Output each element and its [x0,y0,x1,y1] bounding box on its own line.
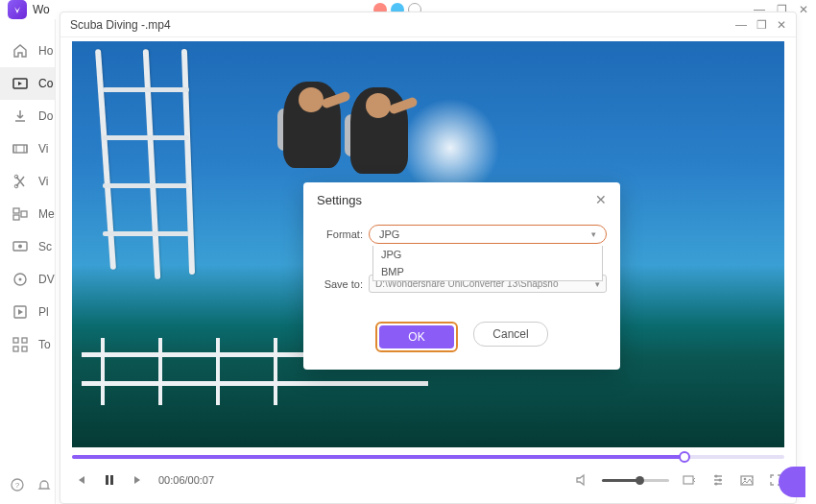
chevron-down-icon: ▾ [591,229,596,239]
sidebar-item-label: Vi [38,175,48,188]
video-editor-icon [12,173,29,190]
progress-fill [72,455,684,459]
cancel-button[interactable]: Cancel [473,322,548,347]
sidebar-item-toolbox[interactable]: To [0,328,55,361]
sidebar-item-label: To [38,338,51,351]
sidebar-item-label: Ho [38,44,53,58]
svg-point-25 [744,478,747,481]
svg-rect-18 [106,475,108,485]
help-icon[interactable]: ? [10,477,25,492]
svg-point-23 [715,483,718,486]
sidebar-item-home[interactable]: Ho [0,35,55,67]
sidebar-item-player[interactable]: Pl [0,296,55,328]
snapshot-button[interactable] [738,471,756,489]
sidebar-item-dvd-burner[interactable]: DV [0,263,55,296]
sidebar-item-label: Co [38,77,53,90]
player-minimize-button[interactable]: — [735,18,747,32]
svg-rect-12 [13,338,18,343]
svg-point-8 [18,245,22,249]
outer-close-button[interactable]: ✕ [799,3,808,16]
svg-rect-13 [22,338,27,343]
merger-icon [12,205,29,223]
svg-rect-14 [13,347,18,351]
sidebar-item-label: Pl [38,305,49,319]
svg-rect-1 [13,145,27,153]
player-controls: 00:06/00:07 [72,467,784,493]
settings-icon[interactable] [709,471,727,489]
svg-rect-19 [110,475,113,485]
sidebar-item-label: Sc [38,240,52,253]
player-titlebar: Scuba Diving -.mp4 — ❐ ✕ [60,12,796,37]
action-button[interactable] [779,467,805,497]
sidebar-item-label: Me [38,207,55,221]
volume-icon[interactable] [573,471,590,489]
saveto-label: Save to: [317,278,363,290]
sidebar-item-label: Do [38,109,53,123]
settings-dialog: Settings ✕ Format: JPG ▾ JPG BMP Save [303,182,620,370]
sidebar-item-video-editor[interactable]: Vi [0,165,55,198]
player-icon [12,303,29,321]
svg-rect-4 [13,208,19,213]
svg-rect-6 [21,211,27,217]
format-select[interactable]: JPG ▾ [369,225,607,244]
svg-rect-15 [22,347,27,351]
svg-point-10 [19,278,22,281]
player-maximize-button[interactable]: ❐ [756,18,767,32]
sidebar-item-converter[interactable]: Co [0,67,55,100]
progress-bar[interactable] [72,455,784,459]
pause-button[interactable] [101,471,118,489]
ok-button-highlight: OK [375,322,458,352]
dvd-burner-icon [12,271,29,288]
svg-point-21 [715,475,718,478]
svg-text:?: ? [15,481,20,490]
downloader-icon [12,108,29,125]
video-compress-icon [12,140,29,157]
sidebar-item-downloader[interactable]: Do [0,100,55,132]
format-label: Format: [317,228,363,240]
svg-point-22 [719,479,722,482]
sidebar-item-screen-recorder[interactable]: Sc [0,230,55,263]
player-title: Scuba Diving -.mp4 [70,18,171,32]
ok-button[interactable]: OK [379,325,454,348]
settings-close-button[interactable]: ✕ [595,192,607,207]
sidebar-item-label: Vi [38,142,48,156]
app-name: Wo [33,3,50,16]
sidebar: Ho Co Do Vi Vi Me Sc DV [0,19,56,504]
format-option-bmp[interactable]: BMP [373,263,602,280]
volume-slider[interactable] [602,479,669,482]
progress-thumb[interactable] [679,451,690,463]
next-frame-button[interactable] [130,471,147,489]
toolbox-icon [12,336,29,353]
screen-recorder-icon [12,238,29,255]
bell-icon[interactable] [36,477,52,492]
sidebar-item-merger[interactable]: Me [0,198,55,230]
speed-button[interactable] [681,471,698,489]
format-selected-value: JPG [379,228,399,240]
time-display: 00:06/00:07 [158,474,214,486]
format-option-jpg[interactable]: JPG [373,246,602,263]
prev-frame-button[interactable] [72,471,89,489]
home-icon [12,42,29,60]
sidebar-item-label: DV [38,273,55,286]
svg-rect-20 [684,476,693,484]
format-dropdown: JPG BMP [372,246,603,281]
converter-icon [12,75,29,92]
player-close-button[interactable]: ✕ [777,18,786,32]
svg-rect-5 [13,215,19,220]
app-logo [8,0,27,19]
sidebar-item-video-compress[interactable]: Vi [0,132,55,165]
settings-title: Settings [317,193,362,207]
